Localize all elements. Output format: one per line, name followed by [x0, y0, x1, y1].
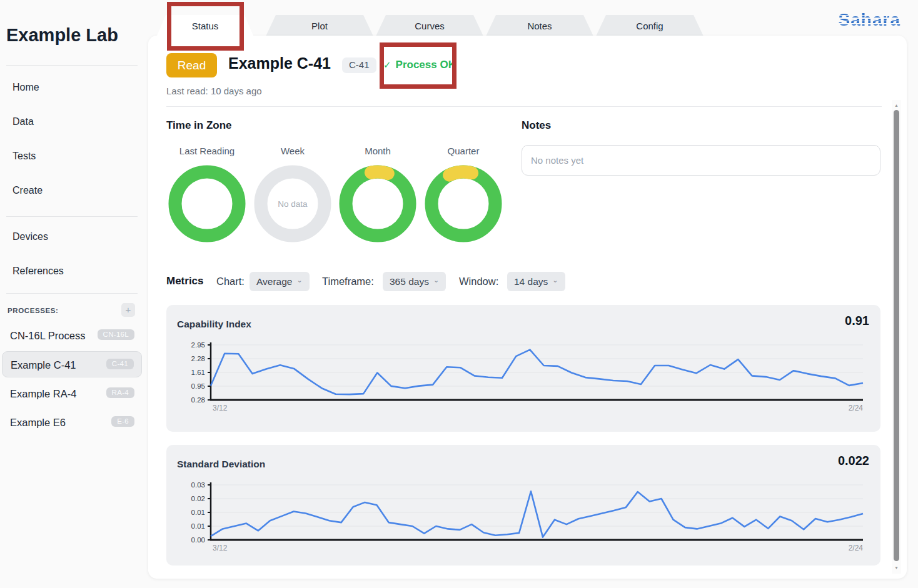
chart-select-label: Chart:: [216, 276, 245, 287]
process-label: Example RA-4: [10, 381, 76, 407]
donut-chart-last-reading: [168, 165, 246, 242]
svg-text:0.03: 0.03: [191, 481, 205, 489]
tab-status[interactable]: Status: [155, 15, 255, 40]
donut-label-month: Month: [339, 146, 416, 156]
svg-text:2/24: 2/24: [849, 404, 864, 412]
process-label: Example C-41: [11, 352, 76, 378]
standard-deviation-chart: 0.030.020.010.010.003/122/24: [181, 481, 869, 557]
donut-chart-quarter: [425, 165, 502, 242]
standard-deviation-card: Standard Deviation 0.022 0.030.020.010.0…: [166, 445, 880, 566]
tab-plot[interactable]: Plot: [265, 15, 374, 37]
donut-label-week: Week: [254, 146, 331, 156]
sidebar-item-devices[interactable]: Devices: [13, 231, 48, 242]
svg-text:2.28: 2.28: [191, 355, 205, 362]
sidebar-divider: [6, 65, 138, 66]
processes-heading: PROCESSES:: [8, 307, 58, 314]
process-item-example-ra4[interactable]: Example RA-4 RA-4: [2, 381, 142, 407]
process-label: CN-16L Process: [10, 322, 85, 349]
capability-index-chart: 2.952.281.610.950.283/122/24: [181, 341, 869, 417]
chevron-down-icon: ⌄: [296, 276, 302, 284]
svg-text:2.95: 2.95: [191, 341, 205, 349]
sidebar-divider: [6, 216, 138, 217]
time-in-zone-heading: Time in Zone: [166, 119, 232, 132]
donut-label-last-reading: Last Reading: [168, 146, 246, 156]
sidebar-divider: [6, 293, 138, 294]
sidebar-item-home[interactable]: Home: [13, 82, 39, 93]
sidebar-item-references[interactable]: References: [13, 266, 64, 277]
svg-text:No data: No data: [278, 199, 308, 209]
svg-text:3/12: 3/12: [213, 544, 228, 552]
process-badge: RA-4: [106, 387, 134, 398]
svg-text:0.02: 0.02: [191, 495, 205, 502]
capability-index-title: Capability Index: [177, 319, 251, 330]
svg-text:3/12: 3/12: [213, 404, 228, 412]
scrollbar-thumb[interactable]: [894, 110, 899, 561]
last-read-text: Last read: 10 days ago: [166, 86, 262, 96]
process-badge: CN-16L: [98, 329, 134, 340]
scroll-up-icon[interactable]: ▲: [892, 103, 900, 107]
page-title: Example C-41: [228, 54, 331, 72]
chart-select[interactable]: Average ⌄: [250, 272, 310, 291]
process-badge: C-41: [106, 359, 134, 369]
lab-title: Example Lab: [6, 25, 118, 46]
donut-label-quarter: Quarter: [425, 146, 502, 156]
header-divider: [166, 106, 882, 107]
timeframe-select-label: Timeframe:: [322, 276, 374, 287]
sahara-logo: Sahara: [809, 10, 900, 30]
process-item-example-c41[interactable]: Example C-41 C-41: [2, 351, 142, 377]
status-badge: ✓Process OK: [383, 59, 456, 71]
svg-text:1.61: 1.61: [191, 369, 205, 376]
check-icon: ✓: [383, 59, 391, 70]
read-button[interactable]: Read: [166, 53, 217, 77]
notes-input[interactable]: [522, 145, 880, 176]
svg-text:0.01: 0.01: [191, 509, 205, 516]
capability-index-card: Capability Index 0.91 2.952.281.610.950.…: [166, 305, 880, 432]
tab-curves[interactable]: Curves: [375, 15, 484, 37]
process-item-example-e6[interactable]: Example E6 E-6: [2, 409, 142, 436]
notes-heading: Notes: [522, 119, 551, 132]
donut-chart-week: No data: [254, 165, 331, 242]
scroll-down-icon[interactable]: ▼: [892, 566, 900, 570]
sidebar-item-create[interactable]: Create: [13, 185, 43, 196]
svg-text:0.01: 0.01: [191, 522, 205, 530]
capability-index-value: 0.91: [845, 314, 869, 328]
status-text: Process OK: [396, 59, 456, 71]
tab-config[interactable]: Config: [595, 15, 704, 37]
process-label: Example E6: [10, 409, 66, 436]
add-process-button[interactable]: +: [121, 303, 135, 317]
sidebar-item-data[interactable]: Data: [13, 116, 34, 127]
chevron-down-icon: ⌄: [433, 276, 439, 284]
process-item-cn16l[interactable]: CN-16L Process CN-16L: [2, 322, 142, 349]
standard-deviation-title: Standard Deviation: [177, 459, 265, 470]
window-select[interactable]: 14 days ⌄: [507, 272, 565, 291]
sidebar-item-tests[interactable]: Tests: [13, 151, 36, 162]
chevron-down-icon: ⌄: [552, 276, 558, 284]
svg-text:0.00: 0.00: [191, 536, 205, 544]
tab-notes[interactable]: Notes: [485, 15, 594, 37]
chart-select-value: Average: [256, 276, 292, 287]
svg-text:0.95: 0.95: [191, 382, 205, 390]
process-badge: E-6: [111, 416, 134, 427]
window-select-label: Window:: [459, 276, 498, 287]
timeframe-select[interactable]: 365 days ⌄: [383, 272, 446, 291]
svg-text:2/24: 2/24: [849, 544, 864, 552]
standard-deviation-value: 0.022: [838, 454, 869, 468]
metrics-heading: Metrics: [166, 275, 204, 287]
process-type-badge: C-41: [342, 57, 376, 73]
svg-text:0.28: 0.28: [191, 396, 205, 404]
donut-chart-month: [339, 165, 416, 242]
timeframe-select-value: 365 days: [390, 276, 429, 287]
window-select-value: 14 days: [514, 276, 548, 287]
